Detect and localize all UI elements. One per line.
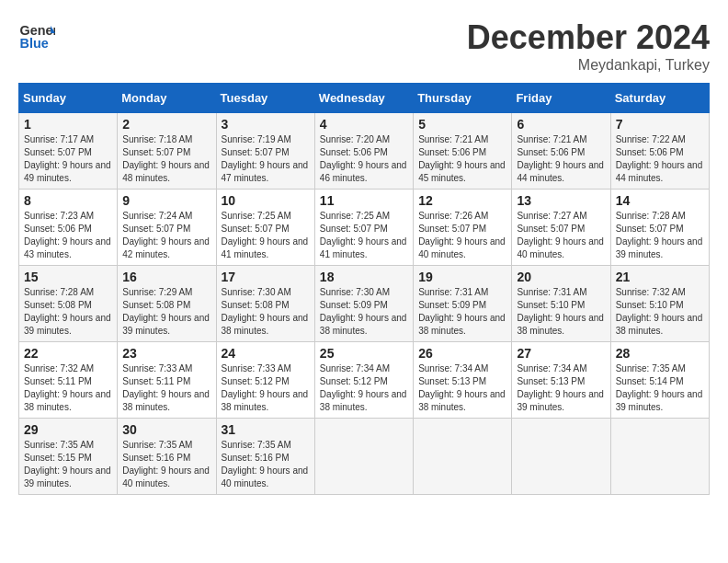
day-info: Sunrise: 7:21 AMSunset: 5:06 PMDaylight:… [418, 133, 506, 185]
day-info: Sunrise: 7:35 AMSunset: 5:16 PMDaylight:… [222, 439, 310, 490]
day-number: 3 [222, 117, 310, 132]
day-cell-3: 3Sunrise: 7:19 AMSunset: 5:07 PMDaylight… [216, 113, 314, 190]
day-number: 13 [517, 193, 605, 208]
page-header: General Blue December 2024 Meydankapi, T… [18, 18, 710, 74]
week-row-1: 1Sunrise: 7:17 AMSunset: 5:07 PMDaylight… [19, 113, 710, 190]
day-number: 24 [222, 346, 310, 361]
day-info: Sunrise: 7:32 AMSunset: 5:11 PMDaylight:… [24, 362, 112, 414]
day-number: 1 [24, 117, 112, 132]
day-info: Sunrise: 7:22 AMSunset: 5:06 PMDaylight:… [616, 133, 704, 185]
weekday-header-saturday: Saturday [610, 84, 709, 113]
day-cell-13: 13Sunrise: 7:27 AMSunset: 5:07 PMDayligh… [512, 190, 610, 266]
day-cell-14: 14Sunrise: 7:28 AMSunset: 5:07 PMDayligh… [610, 190, 709, 266]
day-number: 12 [418, 193, 506, 208]
day-number: 23 [122, 346, 210, 361]
day-number: 20 [517, 270, 605, 284]
day-info: Sunrise: 7:31 AMSunset: 5:09 PMDaylight:… [418, 286, 506, 338]
day-cell-8: 8Sunrise: 7:23 AMSunset: 5:06 PMDaylight… [19, 190, 118, 266]
empty-cell [414, 419, 512, 495]
day-cell-27: 27Sunrise: 7:34 AMSunset: 5:13 PMDayligh… [512, 342, 610, 419]
day-info: Sunrise: 7:32 AMSunset: 5:10 PMDaylight:… [616, 286, 704, 338]
empty-cell [314, 419, 413, 495]
day-info: Sunrise: 7:30 AMSunset: 5:08 PMDaylight:… [222, 286, 310, 338]
day-number: 16 [122, 270, 210, 284]
day-cell-22: 22Sunrise: 7:32 AMSunset: 5:11 PMDayligh… [19, 342, 118, 419]
day-info: Sunrise: 7:18 AMSunset: 5:07 PMDaylight:… [122, 133, 210, 185]
month-title: December 2024 [467, 18, 710, 57]
day-cell-24: 24Sunrise: 7:33 AMSunset: 5:12 PMDayligh… [216, 342, 314, 419]
weekday-header-sunday: Sunday [19, 84, 118, 113]
calendar-table: SundayMondayTuesdayWednesdayThursdayFrid… [18, 83, 710, 495]
day-cell-17: 17Sunrise: 7:30 AMSunset: 5:08 PMDayligh… [216, 266, 314, 342]
day-number: 19 [418, 270, 506, 284]
day-number: 9 [122, 193, 210, 208]
day-cell-20: 20Sunrise: 7:31 AMSunset: 5:10 PMDayligh… [512, 266, 610, 342]
day-number: 5 [418, 117, 506, 132]
day-cell-12: 12Sunrise: 7:26 AMSunset: 5:07 PMDayligh… [414, 190, 512, 266]
day-info: Sunrise: 7:30 AMSunset: 5:09 PMDaylight:… [320, 286, 408, 338]
day-number: 29 [24, 422, 112, 437]
day-cell-4: 4Sunrise: 7:20 AMSunset: 5:06 PMDaylight… [314, 113, 413, 190]
day-info: Sunrise: 7:31 AMSunset: 5:10 PMDaylight:… [517, 286, 605, 338]
day-number: 31 [222, 422, 310, 437]
day-cell-26: 26Sunrise: 7:34 AMSunset: 5:13 PMDayligh… [414, 342, 512, 419]
day-number: 30 [122, 422, 210, 437]
day-cell-31: 31Sunrise: 7:35 AMSunset: 5:16 PMDayligh… [216, 419, 314, 495]
day-number: 27 [517, 346, 605, 361]
svg-text:Blue: Blue [20, 36, 49, 51]
day-info: Sunrise: 7:34 AMSunset: 5:13 PMDaylight:… [418, 362, 506, 414]
location: Meydankapi, Turkey [467, 57, 710, 74]
weekday-header-friday: Friday [512, 84, 610, 113]
day-info: Sunrise: 7:17 AMSunset: 5:07 PMDaylight:… [24, 133, 112, 185]
day-number: 21 [616, 270, 704, 284]
day-cell-28: 28Sunrise: 7:35 AMSunset: 5:14 PMDayligh… [610, 342, 709, 419]
week-row-2: 8Sunrise: 7:23 AMSunset: 5:06 PMDaylight… [19, 190, 710, 266]
day-cell-15: 15Sunrise: 7:28 AMSunset: 5:08 PMDayligh… [19, 266, 118, 342]
day-info: Sunrise: 7:26 AMSunset: 5:07 PMDaylight:… [418, 210, 506, 261]
day-number: 14 [616, 193, 704, 208]
day-cell-11: 11Sunrise: 7:25 AMSunset: 5:07 PMDayligh… [314, 190, 413, 266]
day-cell-30: 30Sunrise: 7:35 AMSunset: 5:16 PMDayligh… [118, 419, 216, 495]
empty-cell [610, 419, 709, 495]
weekday-header-row: SundayMondayTuesdayWednesdayThursdayFrid… [19, 84, 710, 113]
week-row-4: 22Sunrise: 7:32 AMSunset: 5:11 PMDayligh… [19, 342, 710, 419]
day-info: Sunrise: 7:21 AMSunset: 5:06 PMDaylight:… [517, 133, 605, 185]
weekday-header-tuesday: Tuesday [216, 84, 314, 113]
day-cell-16: 16Sunrise: 7:29 AMSunset: 5:08 PMDayligh… [118, 266, 216, 342]
day-number: 28 [616, 346, 704, 361]
logo: General Blue [18, 18, 60, 55]
week-row-3: 15Sunrise: 7:28 AMSunset: 5:08 PMDayligh… [19, 266, 710, 342]
day-cell-19: 19Sunrise: 7:31 AMSunset: 5:09 PMDayligh… [414, 266, 512, 342]
day-info: Sunrise: 7:35 AMSunset: 5:14 PMDaylight:… [616, 362, 704, 414]
day-cell-10: 10Sunrise: 7:25 AMSunset: 5:07 PMDayligh… [216, 190, 314, 266]
day-number: 25 [320, 346, 408, 361]
day-cell-21: 21Sunrise: 7:32 AMSunset: 5:10 PMDayligh… [610, 266, 709, 342]
day-number: 26 [418, 346, 506, 361]
week-row-5: 29Sunrise: 7:35 AMSunset: 5:15 PMDayligh… [19, 419, 710, 495]
day-info: Sunrise: 7:23 AMSunset: 5:06 PMDaylight:… [24, 210, 112, 261]
day-number: 10 [222, 193, 310, 208]
day-number: 11 [320, 193, 408, 208]
weekday-header-wednesday: Wednesday [314, 84, 413, 113]
day-number: 15 [24, 270, 112, 284]
day-number: 4 [320, 117, 408, 132]
day-cell-25: 25Sunrise: 7:34 AMSunset: 5:12 PMDayligh… [314, 342, 413, 419]
weekday-header-monday: Monday [118, 84, 216, 113]
day-cell-6: 6Sunrise: 7:21 AMSunset: 5:06 PMDaylight… [512, 113, 610, 190]
day-cell-5: 5Sunrise: 7:21 AMSunset: 5:06 PMDaylight… [414, 113, 512, 190]
day-info: Sunrise: 7:34 AMSunset: 5:12 PMDaylight:… [320, 362, 408, 414]
day-info: Sunrise: 7:34 AMSunset: 5:13 PMDaylight:… [517, 362, 605, 414]
day-cell-23: 23Sunrise: 7:33 AMSunset: 5:11 PMDayligh… [118, 342, 216, 419]
day-cell-18: 18Sunrise: 7:30 AMSunset: 5:09 PMDayligh… [314, 266, 413, 342]
day-number: 18 [320, 270, 408, 284]
day-info: Sunrise: 7:25 AMSunset: 5:07 PMDaylight:… [320, 210, 408, 261]
day-info: Sunrise: 7:35 AMSunset: 5:15 PMDaylight:… [24, 439, 112, 490]
day-info: Sunrise: 7:20 AMSunset: 5:06 PMDaylight:… [320, 133, 408, 185]
day-number: 2 [122, 117, 210, 132]
day-cell-2: 2Sunrise: 7:18 AMSunset: 5:07 PMDaylight… [118, 113, 216, 190]
day-cell-29: 29Sunrise: 7:35 AMSunset: 5:15 PMDayligh… [19, 419, 118, 495]
day-info: Sunrise: 7:27 AMSunset: 5:07 PMDaylight:… [517, 210, 605, 261]
title-block: December 2024 Meydankapi, Turkey [467, 18, 710, 74]
day-number: 7 [616, 117, 704, 132]
day-info: Sunrise: 7:19 AMSunset: 5:07 PMDaylight:… [222, 133, 310, 185]
